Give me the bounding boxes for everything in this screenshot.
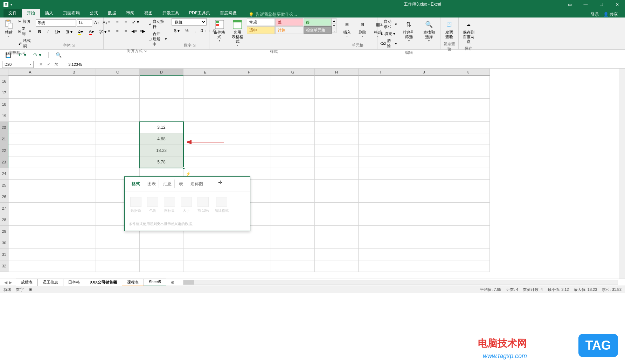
increase-indent-icon[interactable]: ≡▶	[139, 27, 146, 35]
paste-button[interactable]: 粘贴 ▾	[1, 18, 16, 39]
qa-option[interactable]: 图标集	[162, 196, 176, 215]
cell-F19[interactable]	[227, 110, 271, 122]
qat-save-caret[interactable]: ▾	[11, 3, 12, 6]
tab-view[interactable]: 视图	[139, 9, 158, 18]
cells-grid[interactable]: 3.124.6818.235.78	[8, 76, 619, 279]
cell-H29[interactable]	[315, 226, 359, 237]
cell-B30[interactable]	[52, 237, 96, 249]
qat-save-icon[interactable]: 💾	[5, 52, 11, 58]
cell-F30[interactable]	[227, 237, 271, 249]
cell-G19[interactable]	[271, 110, 315, 122]
cell-J21[interactable]	[402, 133, 446, 145]
cell-B16[interactable]	[52, 76, 96, 87]
cell-E23[interactable]	[183, 156, 227, 168]
percent-format-icon[interactable]: %	[183, 27, 190, 35]
cell-F17[interactable]	[227, 87, 271, 99]
find-select-button[interactable]: 🔍查找和选择▾	[419, 18, 439, 44]
sheet-tab[interactable]: XXX公司销售额	[85, 279, 122, 286]
sheet-tab[interactable]: Sheet5	[144, 279, 166, 286]
cell-B21[interactable]	[52, 133, 96, 145]
cell-G17[interactable]	[271, 87, 315, 99]
cell-I27[interactable]	[359, 203, 402, 214]
share-button[interactable]: 👤 共享	[603, 12, 618, 18]
col-header-F[interactable]: F	[227, 69, 271, 76]
cell-J28[interactable]	[402, 214, 446, 226]
cell-B25[interactable]	[52, 180, 96, 191]
style-more-icon[interactable]: ⌄	[332, 28, 336, 33]
row-header-26[interactable]: 26	[0, 191, 8, 203]
formula-input[interactable]: 3.12345	[66, 62, 625, 66]
select-all-button[interactable]	[0, 69, 8, 76]
cell-J31[interactable]	[402, 249, 446, 260]
cell-G16[interactable]	[271, 76, 315, 87]
cell-K22[interactable]	[446, 145, 490, 156]
col-header-D[interactable]: D	[140, 69, 183, 76]
cell-A25[interactable]	[8, 180, 52, 191]
cell-A28[interactable]	[8, 214, 52, 226]
cell-G22[interactable]	[271, 145, 315, 156]
ribbon-options-icon[interactable]: ▭	[562, 0, 578, 9]
sheet-tab[interactable]: 成绩表	[16, 279, 38, 286]
format-painter-button[interactable]: 🖌格式刷	[17, 37, 33, 49]
col-header-J[interactable]: J	[402, 69, 446, 76]
row-header-25[interactable]: 25	[0, 180, 8, 191]
cell-K30[interactable]	[446, 237, 490, 249]
cell-G32[interactable]	[271, 260, 315, 272]
orientation-icon[interactable]: ⤢ ▾	[130, 18, 141, 26]
cell-A31[interactable]	[8, 249, 52, 260]
cell-J26[interactable]	[402, 191, 446, 203]
font-color-button[interactable]: A ▾	[86, 28, 97, 36]
row-header-30[interactable]: 30	[0, 237, 8, 249]
cell-C17[interactable]	[96, 87, 140, 99]
cell-J23[interactable]	[402, 156, 446, 168]
sheet-tab[interactable]: 田字格	[63, 279, 85, 286]
col-header-G[interactable]: G	[271, 69, 315, 76]
cancel-formula-icon[interactable]: ✕	[39, 62, 43, 67]
row-header-27[interactable]: 27	[0, 203, 8, 214]
row-header-32[interactable]: 32	[0, 260, 8, 272]
cell-C30[interactable]	[96, 237, 140, 249]
increase-decimal-icon[interactable]: .0→	[200, 27, 207, 35]
cell-J17[interactable]	[402, 87, 446, 99]
cell-C20[interactable]	[96, 122, 140, 133]
cell-A16[interactable]	[8, 76, 52, 87]
style-down-icon[interactable]: ▼	[332, 23, 336, 28]
cut-button[interactable]: ✂剪切	[17, 18, 33, 25]
sheet-nav-next-icon[interactable]: ▶	[9, 280, 12, 285]
cell-A30[interactable]	[8, 237, 52, 249]
qa-option[interactable]: 色阶	[146, 196, 160, 215]
cell-D31[interactable]	[140, 249, 183, 260]
cell-K16[interactable]	[446, 76, 490, 87]
cell-I26[interactable]	[359, 191, 402, 203]
cell-H27[interactable]	[315, 203, 359, 214]
cell-F31[interactable]	[227, 249, 271, 260]
cell-E17[interactable]	[183, 87, 227, 99]
copy-button[interactable]: ⎘复制 ▾	[17, 25, 33, 37]
cell-J30[interactable]	[402, 237, 446, 249]
cell-I23[interactable]	[359, 156, 402, 168]
cell-K27[interactable]	[446, 203, 490, 214]
cell-F21[interactable]	[227, 133, 271, 145]
col-header-K[interactable]: K	[446, 69, 490, 76]
cell-J18[interactable]	[402, 99, 446, 110]
cell-F32[interactable]	[227, 260, 271, 272]
cell-C21[interactable]	[96, 133, 140, 145]
cell-E32[interactable]	[183, 260, 227, 272]
cell-G29[interactable]	[271, 226, 315, 237]
cell-I20[interactable]	[359, 122, 402, 133]
row-header-16[interactable]: 16	[0, 76, 8, 87]
accounting-format-icon[interactable]: $ ▾	[172, 27, 182, 35]
cell-J32[interactable]	[402, 260, 446, 272]
tab-baidu[interactable]: 百度网盘	[215, 9, 242, 18]
cell-F18[interactable]	[227, 99, 271, 110]
cell-H22[interactable]	[315, 145, 359, 156]
cell-C32[interactable]	[96, 260, 140, 272]
style-calc[interactable]: 计算	[275, 26, 303, 34]
qat-undo-icon[interactable]: ↶ ▾	[18, 52, 26, 58]
align-middle-icon[interactable]: ≡	[113, 18, 121, 26]
cell-H30[interactable]	[315, 237, 359, 249]
tab-data[interactable]: 数据	[103, 9, 121, 18]
cell-H20[interactable]	[315, 122, 359, 133]
cell-G21[interactable]	[271, 133, 315, 145]
cell-K32[interactable]	[446, 260, 490, 272]
